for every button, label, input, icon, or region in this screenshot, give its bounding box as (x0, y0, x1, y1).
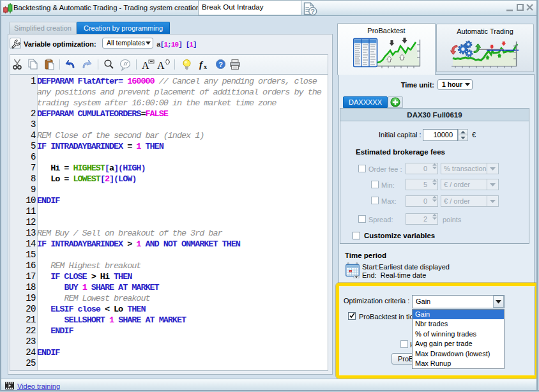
svg-text:x: x (204, 63, 207, 70)
svg-text:A: A (157, 60, 165, 71)
svg-text:?: ? (310, 8, 315, 15)
svg-text:?: ? (218, 61, 223, 68)
svg-text:f: f (199, 59, 204, 70)
svg-text:A: A (142, 60, 149, 71)
